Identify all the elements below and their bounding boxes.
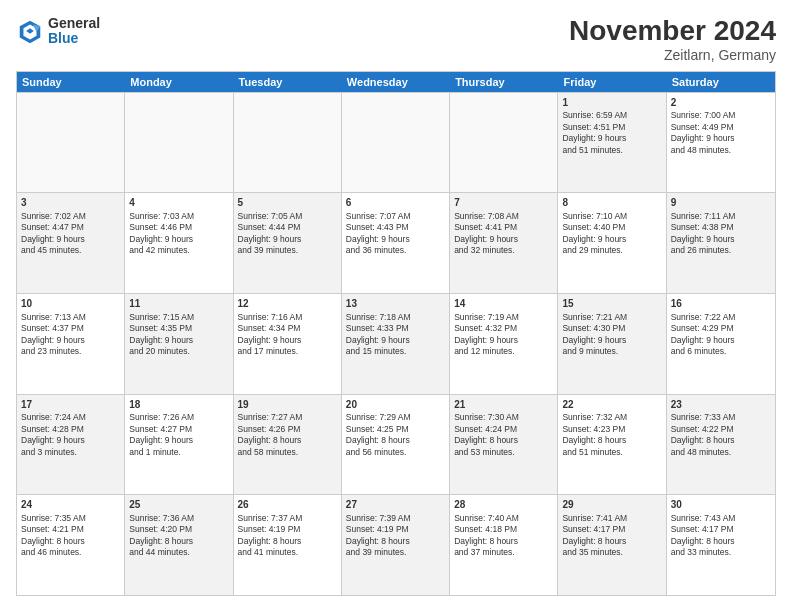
- cell-content-line: Sunset: 4:19 PM: [238, 524, 337, 535]
- cell-content-line: Sunrise: 7:11 AM: [671, 211, 771, 222]
- cell-content-line: and 51 minutes.: [562, 145, 661, 156]
- cell-content-line: Daylight: 9 hours: [454, 234, 553, 245]
- cal-cell-5-6: 29Sunrise: 7:41 AMSunset: 4:17 PMDayligh…: [558, 495, 666, 595]
- cell-content-line: and 53 minutes.: [454, 447, 553, 458]
- logo-icon: [16, 17, 44, 45]
- header: General Blue November 2024 Zeitlarn, Ger…: [16, 16, 776, 63]
- cell-content-line: Sunrise: 7:15 AM: [129, 312, 228, 323]
- day-number: 1: [562, 96, 661, 110]
- cal-cell-1-7: 2Sunrise: 7:00 AMSunset: 4:49 PMDaylight…: [667, 93, 775, 193]
- cell-content-line: and 17 minutes.: [238, 346, 337, 357]
- cell-content-line: Sunset: 4:47 PM: [21, 222, 120, 233]
- cell-content-line: Sunset: 4:33 PM: [346, 323, 445, 334]
- cell-content-line: Sunset: 4:49 PM: [671, 122, 771, 133]
- cell-content-line: and 23 minutes.: [21, 346, 120, 357]
- cal-cell-5-1: 24Sunrise: 7:35 AMSunset: 4:21 PMDayligh…: [17, 495, 125, 595]
- cal-cell-1-4: [342, 93, 450, 193]
- cell-content-line: Sunrise: 7:41 AM: [562, 513, 661, 524]
- cell-content-line: and 51 minutes.: [562, 447, 661, 458]
- day-number: 20: [346, 398, 445, 412]
- cell-content-line: Sunset: 4:17 PM: [671, 524, 771, 535]
- day-number: 27: [346, 498, 445, 512]
- cell-content-line: and 48 minutes.: [671, 447, 771, 458]
- calendar-subtitle: Zeitlarn, Germany: [569, 47, 776, 63]
- header-friday: Friday: [558, 72, 666, 92]
- cell-content-line: and 26 minutes.: [671, 245, 771, 256]
- logo-general: General: [48, 16, 100, 31]
- cell-content-line: Daylight: 8 hours: [346, 536, 445, 547]
- logo-blue: Blue: [48, 31, 100, 46]
- day-number: 7: [454, 196, 553, 210]
- cal-cell-3-5: 14Sunrise: 7:19 AMSunset: 4:32 PMDayligh…: [450, 294, 558, 394]
- day-number: 25: [129, 498, 228, 512]
- cell-content-line: Sunset: 4:38 PM: [671, 222, 771, 233]
- cell-content-line: and 20 minutes.: [129, 346, 228, 357]
- calendar: Sunday Monday Tuesday Wednesday Thursday…: [16, 71, 776, 596]
- cell-content-line: and 36 minutes.: [346, 245, 445, 256]
- cal-cell-4-6: 22Sunrise: 7:32 AMSunset: 4:23 PMDayligh…: [558, 395, 666, 495]
- cell-content-line: Sunrise: 7:13 AM: [21, 312, 120, 323]
- cell-content-line: and 29 minutes.: [562, 245, 661, 256]
- cell-content-line: Sunset: 4:46 PM: [129, 222, 228, 233]
- cal-cell-4-1: 17Sunrise: 7:24 AMSunset: 4:28 PMDayligh…: [17, 395, 125, 495]
- cell-content-line: Daylight: 9 hours: [562, 234, 661, 245]
- cal-cell-5-5: 28Sunrise: 7:40 AMSunset: 4:18 PMDayligh…: [450, 495, 558, 595]
- calendar-row-5: 24Sunrise: 7:35 AMSunset: 4:21 PMDayligh…: [17, 494, 775, 595]
- cell-content-line: Daylight: 9 hours: [346, 335, 445, 346]
- header-saturday: Saturday: [667, 72, 775, 92]
- day-number: 22: [562, 398, 661, 412]
- cell-content-line: Sunset: 4:17 PM: [562, 524, 661, 535]
- cal-cell-1-3: [234, 93, 342, 193]
- cell-content-line: Daylight: 8 hours: [454, 536, 553, 547]
- header-wednesday: Wednesday: [342, 72, 450, 92]
- cal-cell-1-6: 1Sunrise: 6:59 AMSunset: 4:51 PMDaylight…: [558, 93, 666, 193]
- cell-content-line: Sunset: 4:27 PM: [129, 424, 228, 435]
- cell-content-line: Daylight: 9 hours: [238, 335, 337, 346]
- cal-cell-4-3: 19Sunrise: 7:27 AMSunset: 4:26 PMDayligh…: [234, 395, 342, 495]
- cell-content-line: Sunset: 4:30 PM: [562, 323, 661, 334]
- day-number: 4: [129, 196, 228, 210]
- cell-content-line: Sunrise: 7:40 AM: [454, 513, 553, 524]
- cell-content-line: Sunset: 4:28 PM: [21, 424, 120, 435]
- cell-content-line: Daylight: 9 hours: [129, 435, 228, 446]
- page: General Blue November 2024 Zeitlarn, Ger…: [0, 0, 792, 612]
- cell-content-line: Sunrise: 7:22 AM: [671, 312, 771, 323]
- cal-cell-1-2: [125, 93, 233, 193]
- cell-content-line: Daylight: 8 hours: [671, 536, 771, 547]
- cal-cell-2-7: 9Sunrise: 7:11 AMSunset: 4:38 PMDaylight…: [667, 193, 775, 293]
- cell-content-line: Sunset: 4:20 PM: [129, 524, 228, 535]
- cell-content-line: Daylight: 8 hours: [129, 536, 228, 547]
- cell-content-line: Daylight: 8 hours: [671, 435, 771, 446]
- cell-content-line: Daylight: 8 hours: [238, 435, 337, 446]
- cell-content-line: Sunset: 4:51 PM: [562, 122, 661, 133]
- cell-content-line: Sunset: 4:41 PM: [454, 222, 553, 233]
- calendar-row-1: 1Sunrise: 6:59 AMSunset: 4:51 PMDaylight…: [17, 92, 775, 193]
- logo: General Blue: [16, 16, 100, 47]
- cell-content-line: and 56 minutes.: [346, 447, 445, 458]
- cell-content-line: and 9 minutes.: [562, 346, 661, 357]
- cell-content-line: Daylight: 9 hours: [21, 234, 120, 245]
- day-number: 5: [238, 196, 337, 210]
- cell-content-line: Sunrise: 7:33 AM: [671, 412, 771, 423]
- cell-content-line: Sunrise: 7:26 AM: [129, 412, 228, 423]
- day-number: 23: [671, 398, 771, 412]
- cal-cell-5-3: 26Sunrise: 7:37 AMSunset: 4:19 PMDayligh…: [234, 495, 342, 595]
- cell-content-line: Sunset: 4:29 PM: [671, 323, 771, 334]
- cal-cell-3-3: 12Sunrise: 7:16 AMSunset: 4:34 PMDayligh…: [234, 294, 342, 394]
- cell-content-line: Sunrise: 7:39 AM: [346, 513, 445, 524]
- day-number: 14: [454, 297, 553, 311]
- cal-cell-4-4: 20Sunrise: 7:29 AMSunset: 4:25 PMDayligh…: [342, 395, 450, 495]
- cal-cell-3-6: 15Sunrise: 7:21 AMSunset: 4:30 PMDayligh…: [558, 294, 666, 394]
- cell-content-line: and 32 minutes.: [454, 245, 553, 256]
- day-number: 12: [238, 297, 337, 311]
- cell-content-line: Sunrise: 7:21 AM: [562, 312, 661, 323]
- cal-cell-2-2: 4Sunrise: 7:03 AMSunset: 4:46 PMDaylight…: [125, 193, 233, 293]
- cal-cell-4-7: 23Sunrise: 7:33 AMSunset: 4:22 PMDayligh…: [667, 395, 775, 495]
- cell-content-line: Daylight: 8 hours: [346, 435, 445, 446]
- cell-content-line: Daylight: 8 hours: [238, 536, 337, 547]
- calendar-title: November 2024: [569, 16, 776, 47]
- cell-content-line: Sunset: 4:21 PM: [21, 524, 120, 535]
- cell-content-line: Sunset: 4:19 PM: [346, 524, 445, 535]
- cell-content-line: and 44 minutes.: [129, 547, 228, 558]
- cell-content-line: Sunrise: 7:35 AM: [21, 513, 120, 524]
